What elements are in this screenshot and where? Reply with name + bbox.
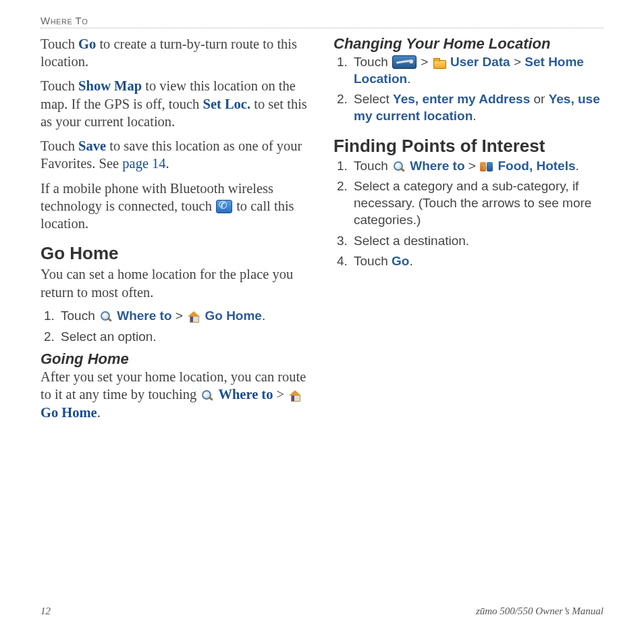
ref-gohome: Go Home bbox=[41, 405, 97, 420]
steps-go-home: Touch Where to > Go Home. Select an opti… bbox=[41, 308, 311, 345]
text: Touch bbox=[41, 36, 78, 51]
text: . bbox=[473, 109, 476, 123]
text: . bbox=[97, 405, 101, 420]
ref-whereto: Where to bbox=[218, 387, 273, 402]
manual-page: Where To Touch Go to create a turn-by-tu… bbox=[0, 0, 644, 644]
wrench-icon bbox=[392, 55, 417, 69]
text: . bbox=[407, 72, 410, 86]
page-footer: 12 zūmo 500/550 Owner’s Manual bbox=[41, 600, 603, 617]
ref-go: Go bbox=[78, 36, 96, 51]
search-icon bbox=[392, 161, 406, 173]
text: > bbox=[172, 308, 187, 323]
ref-save: Save bbox=[78, 138, 106, 153]
page-ref-link[interactable]: page 14 bbox=[122, 156, 165, 171]
phone-icon bbox=[216, 200, 232, 213]
two-column-layout: Touch Go to create a turn-by-turn route … bbox=[41, 35, 603, 600]
text: Touch bbox=[354, 254, 392, 268]
folder-icon bbox=[433, 57, 446, 69]
ref-whereto: Where to bbox=[117, 308, 171, 323]
heading-change-home: Changing Your Home Location bbox=[333, 35, 603, 53]
page-number: 12 bbox=[41, 606, 51, 617]
text: Touch bbox=[41, 78, 78, 93]
manual-title: zūmo 500/550 Owner’s Manual bbox=[476, 606, 603, 617]
ref-gohome: Go Home bbox=[205, 308, 261, 323]
list-item: Select Yes, enter my Address or Yes, use… bbox=[351, 91, 603, 124]
search-icon bbox=[99, 311, 113, 323]
text: Touch bbox=[354, 55, 392, 69]
ref-opt-address: Yes, enter my Address bbox=[393, 92, 530, 106]
heading-going-home: Going Home bbox=[41, 350, 311, 368]
paragraph-go: Touch Go to create a turn-by-turn route … bbox=[41, 35, 311, 70]
text: > bbox=[510, 55, 525, 69]
text: > bbox=[273, 387, 288, 402]
search-icon bbox=[200, 390, 214, 402]
text: . bbox=[409, 254, 412, 268]
food-hotels-icon: 🍴 bbox=[480, 161, 493, 173]
steps-change-home: Touch > User Data > Set Home Location. S… bbox=[333, 54, 603, 125]
text: Select bbox=[354, 92, 393, 106]
ref-food-hotels: Food, Hotels bbox=[498, 159, 575, 173]
list-item: Select a category and a sub-category, if… bbox=[351, 178, 603, 228]
list-item: Touch Where to > 🍴 Food, Hotels. bbox=[351, 158, 603, 175]
left-column: Touch Go to create a turn-by-turn route … bbox=[41, 35, 311, 600]
home-icon bbox=[187, 311, 200, 323]
list-item: Select a destination. bbox=[351, 233, 603, 250]
text: Touch bbox=[61, 308, 99, 323]
list-item: Touch Go. bbox=[351, 253, 603, 270]
section-header: Where To bbox=[41, 15, 603, 28]
paragraph-gohome-intro: You can set a home location for the plac… bbox=[41, 265, 311, 300]
ref-setloc: Set Loc. bbox=[203, 97, 250, 111]
paragraph-bluetooth: If a mobile phone with Bluetooth wireles… bbox=[41, 180, 311, 233]
text: Touch bbox=[41, 138, 78, 153]
ref-showmap: Show Map bbox=[78, 78, 142, 93]
steps-poi: Touch Where to > 🍴 Food, Hotels. Select … bbox=[333, 158, 603, 270]
list-item: Select an option. bbox=[58, 329, 311, 346]
paragraph-showmap: Touch Show Map to view this location on … bbox=[41, 77, 311, 130]
right-column: Changing Your Home Location Touch > User… bbox=[333, 35, 603, 600]
text: > bbox=[465, 159, 480, 173]
heading-go-home: Go Home bbox=[41, 243, 311, 264]
paragraph-going-home: After you set your home location, you ca… bbox=[41, 368, 311, 421]
paragraph-save: Touch Save to save this location as one … bbox=[41, 137, 311, 172]
ref-userdata: User Data bbox=[450, 55, 510, 69]
list-item: Touch Where to > Go Home. bbox=[58, 308, 311, 325]
ref-whereto: Where to bbox=[410, 159, 464, 173]
text: or bbox=[530, 92, 548, 106]
home-icon bbox=[288, 390, 302, 402]
text: . bbox=[576, 159, 579, 173]
heading-poi: Finding Points of Interest bbox=[333, 136, 603, 157]
ref-go: Go bbox=[392, 254, 409, 268]
text: . bbox=[262, 308, 265, 323]
text: > bbox=[417, 55, 432, 69]
list-item: Touch > User Data > Set Home Location. bbox=[351, 54, 603, 87]
text: Touch bbox=[354, 159, 392, 173]
text: . bbox=[166, 156, 169, 171]
